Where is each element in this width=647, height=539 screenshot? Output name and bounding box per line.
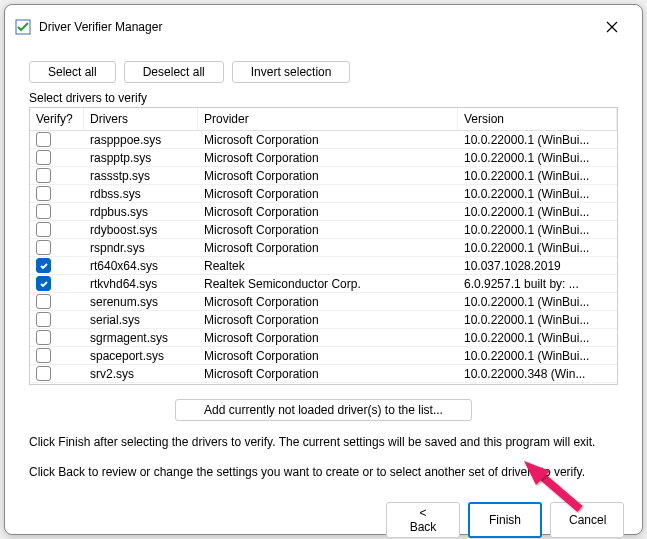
driver-provider: Microsoft Corporation bbox=[198, 366, 458, 382]
select-all-button[interactable]: Select all bbox=[29, 61, 116, 83]
finish-button[interactable]: Finish bbox=[468, 502, 542, 538]
table-row[interactable]: serenum.sysMicrosoft Corporation10.0.220… bbox=[30, 293, 617, 311]
window-title: Driver Verifier Manager bbox=[39, 20, 592, 34]
driver-version: 10.0.22000.348 (Win... bbox=[458, 384, 617, 385]
verify-checkbox[interactable] bbox=[36, 186, 51, 201]
table-row[interactable]: srvnet.sysMicrosoft Corporation10.0.2200… bbox=[30, 383, 617, 384]
driver-name: sgrmagent.sys bbox=[84, 330, 198, 346]
driver-name: rspndr.sys bbox=[84, 240, 198, 256]
driver-version: 10.0.22000.1 (WinBui... bbox=[458, 204, 617, 220]
driver-provider: Microsoft Corporation bbox=[198, 168, 458, 184]
driver-version: 10.0.22000.1 (WinBui... bbox=[458, 348, 617, 364]
table-row[interactable]: srv2.sysMicrosoft Corporation10.0.22000.… bbox=[30, 365, 617, 383]
driver-name: serenum.sys bbox=[84, 294, 198, 310]
deselect-all-button[interactable]: Deselect all bbox=[124, 61, 224, 83]
verify-checkbox[interactable] bbox=[36, 330, 51, 345]
titlebar: Driver Verifier Manager bbox=[5, 5, 642, 49]
driver-version: 10.0.22000.1 (WinBui... bbox=[458, 222, 617, 238]
driver-provider: Microsoft Corporation bbox=[198, 132, 458, 148]
verify-checkbox[interactable] bbox=[36, 366, 51, 381]
header-provider[interactable]: Provider bbox=[198, 108, 458, 130]
driver-name: spaceport.sys bbox=[84, 348, 198, 364]
table-row[interactable]: rspndr.sysMicrosoft Corporation10.0.2200… bbox=[30, 239, 617, 257]
invert-selection-button[interactable]: Invert selection bbox=[232, 61, 351, 83]
close-button[interactable] bbox=[592, 13, 632, 41]
driver-version: 10.0.22000.1 (WinBui... bbox=[458, 240, 617, 256]
table-row[interactable]: rt640x64.sysRealtek10.037.1028.2019 bbox=[30, 257, 617, 275]
driver-provider: Realtek Semiconductor Corp. bbox=[198, 276, 458, 292]
driver-version: 10.0.22000.1 (WinBui... bbox=[458, 150, 617, 166]
driver-name: rt640x64.sys bbox=[84, 258, 198, 274]
driver-provider: Realtek bbox=[198, 258, 458, 274]
driver-provider: Microsoft Corporation bbox=[198, 294, 458, 310]
instruction-finish: Click Finish after selecting the drivers… bbox=[29, 435, 618, 451]
verify-checkbox[interactable] bbox=[36, 276, 51, 291]
table-row[interactable]: sgrmagent.sysMicrosoft Corporation10.0.2… bbox=[30, 329, 617, 347]
driver-version: 6.0.9257.1 built by: ... bbox=[458, 276, 617, 292]
table-row[interactable]: rdbss.sysMicrosoft Corporation10.0.22000… bbox=[30, 185, 617, 203]
driver-name: raspptp.sys bbox=[84, 150, 198, 166]
driver-provider: Microsoft Corporation bbox=[198, 330, 458, 346]
table-row[interactable]: raspptp.sysMicrosoft Corporation10.0.220… bbox=[30, 149, 617, 167]
cancel-button[interactable]: Cancel bbox=[550, 502, 624, 538]
driver-provider: Microsoft Corporation bbox=[198, 348, 458, 364]
verify-checkbox[interactable] bbox=[36, 258, 51, 273]
verify-checkbox[interactable] bbox=[36, 168, 51, 183]
driver-list: Verify? Drivers Provider Version raspppo… bbox=[29, 107, 618, 385]
verify-checkbox[interactable] bbox=[36, 348, 51, 363]
driver-name: srvnet.sys bbox=[84, 384, 198, 385]
header-verify[interactable]: Verify? bbox=[30, 108, 84, 130]
table-row[interactable]: rtkvhd64.sysRealtek Semiconductor Corp.6… bbox=[30, 275, 617, 293]
add-drivers-button[interactable]: Add currently not loaded driver(s) to th… bbox=[175, 399, 472, 421]
table-row[interactable]: spaceport.sysMicrosoft Corporation10.0.2… bbox=[30, 347, 617, 365]
verify-checkbox[interactable] bbox=[36, 132, 51, 147]
driver-name: rtkvhd64.sys bbox=[84, 276, 198, 292]
app-icon bbox=[15, 19, 31, 35]
driver-version: 10.0.22000.1 (WinBui... bbox=[458, 186, 617, 202]
driver-provider: Microsoft Corporation bbox=[198, 204, 458, 220]
table-row[interactable]: raspppoe.sysMicrosoft Corporation10.0.22… bbox=[30, 131, 617, 149]
verify-checkbox[interactable] bbox=[36, 240, 51, 255]
back-button[interactable]: < Back bbox=[386, 502, 460, 538]
driver-version: 10.0.22000.1 (WinBui... bbox=[458, 330, 617, 346]
verify-checkbox[interactable] bbox=[36, 204, 51, 219]
verify-checkbox[interactable] bbox=[36, 222, 51, 237]
driver-name: rdpbus.sys bbox=[84, 204, 198, 220]
verify-checkbox[interactable] bbox=[36, 312, 51, 327]
list-label: Select drivers to verify bbox=[29, 91, 618, 105]
driver-name: rdyboost.sys bbox=[84, 222, 198, 238]
instruction-back: Click Back to review or change the setti… bbox=[29, 465, 618, 481]
content-area: Select all Deselect all Invert selection… bbox=[5, 49, 642, 492]
driver-name: rassstp.sys bbox=[84, 168, 198, 184]
selection-toolbar: Select all Deselect all Invert selection bbox=[29, 61, 618, 83]
verify-checkbox[interactable] bbox=[36, 294, 51, 309]
app-window: Driver Verifier Manager Select all Desel… bbox=[4, 4, 643, 535]
driver-version: 10.0.22000.348 (Win... bbox=[458, 366, 617, 382]
driver-provider: Microsoft Corporation bbox=[198, 186, 458, 202]
driver-version: 10.0.22000.1 (WinBui... bbox=[458, 168, 617, 184]
footer-buttons: < Back Finish Cancel bbox=[5, 492, 642, 539]
driver-provider: Microsoft Corporation bbox=[198, 384, 458, 385]
table-row[interactable]: serial.sysMicrosoft Corporation10.0.2200… bbox=[30, 311, 617, 329]
table-row[interactable]: rdpbus.sysMicrosoft Corporation10.0.2200… bbox=[30, 203, 617, 221]
driver-name: srv2.sys bbox=[84, 366, 198, 382]
list-header: Verify? Drivers Provider Version bbox=[30, 108, 617, 131]
table-row[interactable]: rassstp.sysMicrosoft Corporation10.0.220… bbox=[30, 167, 617, 185]
driver-version: 10.0.22000.1 (WinBui... bbox=[458, 294, 617, 310]
driver-provider: Microsoft Corporation bbox=[198, 312, 458, 328]
driver-provider: Microsoft Corporation bbox=[198, 150, 458, 166]
driver-version: 10.0.22000.1 (WinBui... bbox=[458, 312, 617, 328]
driver-name: rdbss.sys bbox=[84, 186, 198, 202]
header-drivers[interactable]: Drivers bbox=[84, 108, 198, 130]
driver-name: serial.sys bbox=[84, 312, 198, 328]
driver-provider: Microsoft Corporation bbox=[198, 222, 458, 238]
verify-checkbox[interactable] bbox=[36, 150, 51, 165]
driver-provider: Microsoft Corporation bbox=[198, 240, 458, 256]
driver-version: 10.037.1028.2019 bbox=[458, 258, 617, 274]
table-row[interactable]: rdyboost.sysMicrosoft Corporation10.0.22… bbox=[30, 221, 617, 239]
header-version[interactable]: Version bbox=[458, 108, 617, 130]
driver-name: raspppoe.sys bbox=[84, 132, 198, 148]
list-body[interactable]: raspppoe.sysMicrosoft Corporation10.0.22… bbox=[30, 131, 617, 384]
driver-version: 10.0.22000.1 (WinBui... bbox=[458, 132, 617, 148]
